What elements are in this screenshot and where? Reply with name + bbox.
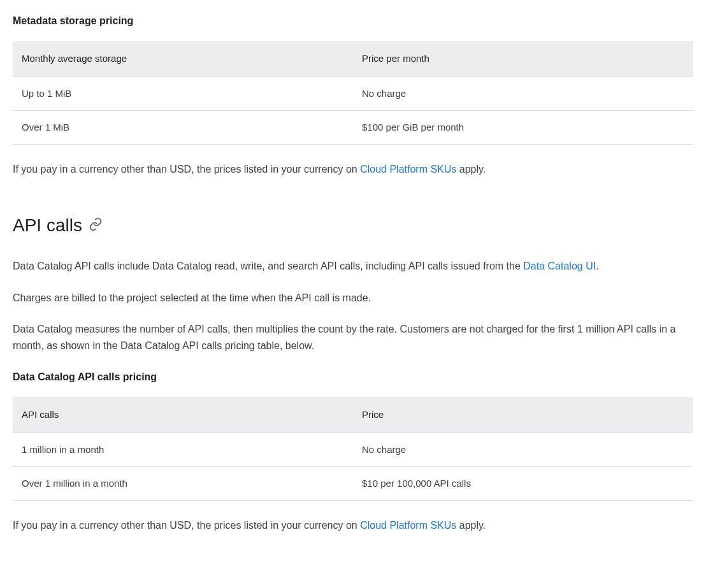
api-measurement-paragraph: Data Catalog measures the number of API … [13, 321, 693, 354]
api-calls-table: API calls Price 1 million in a month No … [13, 397, 693, 501]
cloud-skus-link[interactable]: Cloud Platform SKUs [360, 520, 456, 531]
table-row: Over 1 MiB $100 per GiB per month [13, 110, 693, 144]
note-text: apply. [456, 520, 486, 531]
table-row: Up to 1 MiB No charge [13, 76, 693, 110]
paragraph-text: Data Catalog API calls include Data Cata… [13, 261, 523, 271]
cell-price: $10 per 100,000 API calls [353, 466, 693, 500]
table-header-storage: Monthly average storage [13, 41, 353, 77]
api-calls-heading: API calls [13, 212, 693, 240]
cloud-skus-link[interactable]: Cloud Platform SKUs [360, 164, 456, 175]
note-text: If you pay in a currency other than USD,… [13, 520, 360, 531]
table-header-api-calls: API calls [13, 397, 353, 433]
cell-tier: Over 1 million in a month [13, 466, 353, 500]
paragraph-text: . [596, 261, 598, 271]
data-catalog-ui-link[interactable]: Data Catalog UI [523, 261, 596, 271]
metadata-storage-heading: Metadata storage pricing [13, 13, 693, 29]
cell-tier: 1 million in a month [13, 433, 353, 466]
heading-text: API calls [13, 212, 82, 240]
table-header-price: Price [353, 397, 693, 433]
table-row: 1 million in a month No charge [13, 433, 693, 466]
api-currency-note: If you pay in a currency other than USD,… [13, 517, 693, 534]
cell-tier: Over 1 MiB [13, 110, 353, 144]
storage-currency-note: If you pay in a currency other than USD,… [13, 161, 693, 178]
cell-price: No charge [353, 433, 693, 466]
note-text: apply. [456, 164, 486, 175]
note-text: If you pay in a currency other than USD,… [13, 164, 360, 175]
metadata-storage-table: Monthly average storage Price per month … [13, 41, 693, 145]
api-pricing-table-heading: Data Catalog API calls pricing [13, 369, 693, 385]
cell-tier: Up to 1 MiB [13, 76, 353, 110]
table-row: Over 1 million in a month $10 per 100,00… [13, 466, 693, 500]
anchor-link-icon[interactable] [89, 212, 103, 240]
api-billing-paragraph: Charges are billed to the project select… [13, 290, 693, 306]
api-intro-paragraph: Data Catalog API calls include Data Cata… [13, 258, 693, 275]
cell-price: No charge [353, 76, 693, 110]
cell-price: $100 per GiB per month [353, 110, 693, 144]
table-header-price: Price per month [353, 41, 693, 77]
